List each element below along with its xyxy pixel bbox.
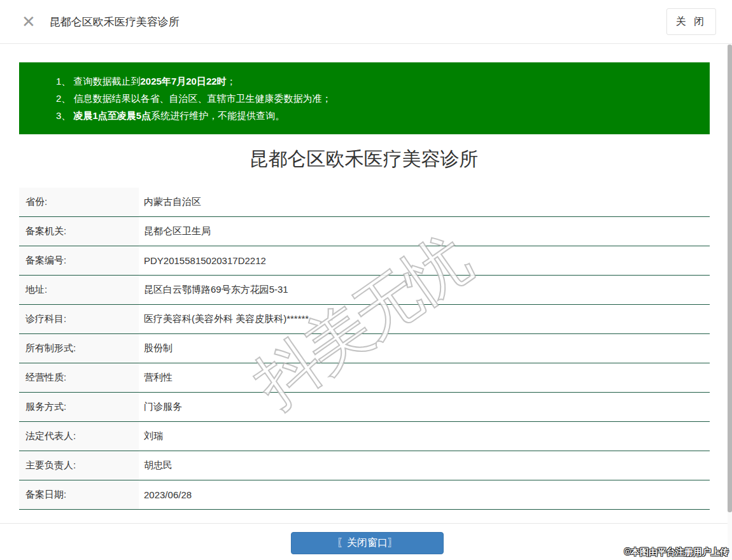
field-label: 服务方式: — [19, 393, 139, 421]
field-value: 医疗美容科(美容外科 美容皮肤科)****** — [139, 305, 710, 333]
field-value: 内蒙古自治区 — [139, 188, 710, 216]
header-bar: ✕ 昆都仑区欧禾医疗美容诊所 关 闭 — [0, 0, 732, 44]
field-value: 门诊服务 — [139, 393, 710, 421]
table-row: 主要负责人:胡忠民 — [19, 451, 710, 480]
table-row: 省份:内蒙古自治区 — [19, 188, 710, 217]
field-label: 备案日期: — [19, 480, 139, 509]
table-row: 所有制形式:股份制 — [19, 334, 710, 363]
field-label: 省份: — [19, 188, 139, 216]
table-row: 地址:昆区白云鄂博路69号东方花园5-31 — [19, 276, 710, 305]
field-value: 2023/06/28 — [139, 480, 710, 509]
close-x-icon[interactable]: ✕ — [22, 13, 36, 30]
field-value: PDY20155815020317D2212 — [139, 246, 710, 275]
close-button[interactable]: 关 闭 — [666, 8, 716, 35]
field-label: 地址: — [19, 276, 139, 304]
field-value: 营利性 — [139, 363, 710, 392]
field-value: 胡忠民 — [139, 451, 710, 480]
table-row: 经营性质:营利性 — [19, 363, 710, 393]
field-label: 备案编号: — [19, 246, 139, 275]
notice-line: 2、 信息数据结果以各省、自治区、直辖市卫生健康委数据为准； — [56, 90, 697, 107]
table-row: 法定代表人:刘瑞 — [19, 422, 710, 451]
corner-watermark: ©本图由平台注册用户上传 — [624, 547, 729, 558]
field-label: 主要负责人: — [19, 451, 139, 480]
close-window-button[interactable]: 〖关闭窗口〗 — [291, 532, 444, 554]
table-row: 服务方式:门诊服务 — [19, 393, 710, 422]
table-row: 备案机关:昆都仑区卫生局 — [19, 217, 710, 246]
table-row: 诊疗科目:医疗美容科(美容外科 美容皮肤科)****** — [19, 305, 710, 334]
content-area: 1、 查询数据截止到2025年7月20日22时；2、 信息数据结果以各省、自治区… — [0, 45, 728, 560]
scrollbar-thumb[interactable] — [728, 45, 732, 512]
scrollbar-track[interactable] — [728, 45, 732, 560]
info-table: 省份:内蒙古自治区备案机关:昆都仑区卫生局备案编号:PDY20155815020… — [19, 188, 710, 510]
field-label: 法定代表人: — [19, 422, 139, 451]
field-label: 诊疗科目: — [19, 305, 139, 333]
field-label: 所有制形式: — [19, 334, 139, 363]
header-title: 昆都仑区欧禾医疗美容诊所 — [50, 15, 179, 29]
field-label: 备案机关: — [19, 217, 139, 246]
table-row: 备案编号:PDY20155815020317D2212 — [19, 246, 710, 276]
page-title: 昆都仑区欧禾医疗美容诊所 — [0, 146, 728, 172]
notice-box: 1、 查询数据截止到2025年7月20日22时；2、 信息数据结果以各省、自治区… — [19, 62, 710, 134]
table-row: 备案日期:2023/06/28 — [19, 480, 710, 510]
footer-divider — [0, 523, 732, 524]
field-label: 经营性质: — [19, 363, 139, 392]
field-value: 股份制 — [139, 334, 710, 363]
notice-list: 1、 查询数据截止到2025年7月20日22时；2、 信息数据结果以各省、自治区… — [56, 73, 697, 124]
field-value: 刘瑞 — [139, 422, 710, 451]
notice-line: 3、 凌晨1点至凌晨5点系统进行维护，不能提供查询。 — [56, 107, 697, 124]
notice-line: 1、 查询数据截止到2025年7月20日22时； — [56, 73, 697, 90]
field-value: 昆都仑区卫生局 — [139, 217, 710, 246]
field-value: 昆区白云鄂博路69号东方花园5-31 — [139, 276, 710, 304]
registration-detail-page: ✕ 昆都仑区欧禾医疗美容诊所 关 闭 1、 查询数据截止到2025年7月20日2… — [0, 0, 732, 560]
